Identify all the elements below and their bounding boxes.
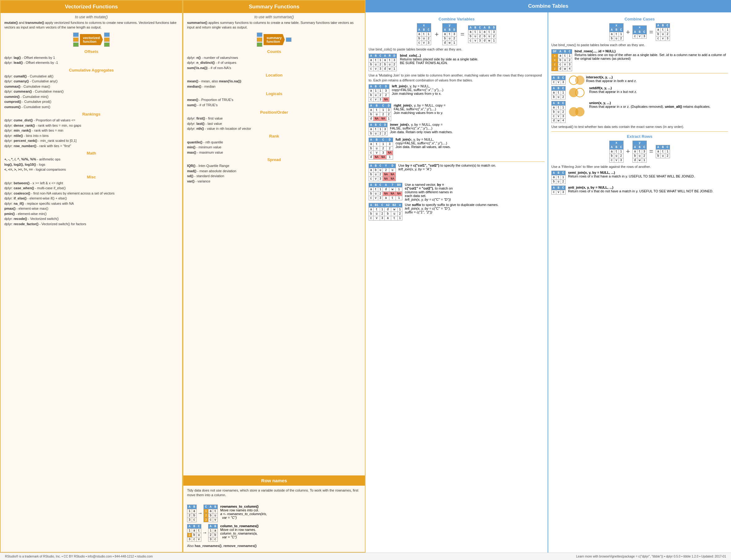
bind-cols-func-entry: ABCARD at1at3 bu2bu2 cv3dw1 bind_cols(..… bbox=[369, 54, 545, 71]
rnc-table2: CAB 1at 2bu 3cv bbox=[204, 505, 218, 522]
offsets-list: dplyr: lag() - Offset elements by 1 dply… bbox=[4, 55, 178, 65]
mutating-join-desc: Use a 'Mutating Join' to join one table … bbox=[369, 73, 545, 83]
position-title: Position/Order bbox=[187, 110, 361, 115]
rownames-content: Tidy data does not use rownames, which s… bbox=[183, 486, 365, 552]
also-text: Also has_rownames(), remove_rownames() bbox=[187, 544, 361, 548]
extract-x: x ABC at1 bu2 cv3 bbox=[609, 141, 624, 163]
footer-right: Learn more with browseVignettes(package … bbox=[576, 555, 726, 558]
svg-point-1 bbox=[576, 76, 584, 85]
spread-list: IQR() - Inter-Quartile Range mad() - mea… bbox=[187, 163, 361, 184]
named-vec-desc: Use a named vector, by = c("col1" = "col… bbox=[405, 183, 453, 201]
cumulative-title: Cumulative Aggregates bbox=[4, 68, 178, 72]
bind-rows-func-entry: DFABC xat1 xbu2 zcv3 zdw4 bind_rows(...,… bbox=[551, 49, 728, 71]
rownames-header: Row names bbox=[183, 475, 365, 486]
offsets-title: Offsets bbox=[4, 49, 178, 54]
cumulative-list: dplyr: cumall() - Cumulative all() dplyr… bbox=[4, 74, 178, 110]
ctr-text: column_to_rownames() Move col in row nam… bbox=[220, 524, 258, 539]
footer: RStudio® is a trademark of RStudio, Inc.… bbox=[0, 553, 731, 560]
col1-header: Vectorized Functions bbox=[1, 1, 182, 13]
col1-vectorized: Vectorized Functions to use with mutate(… bbox=[0, 0, 183, 553]
bind-cols-func-table: ABCARD at1at3 bu2bu2 cv3dw1 bbox=[369, 54, 397, 71]
left-join-entry: ABCD a113 bu22 cv3NA left_join(x, y, by … bbox=[369, 84, 545, 102]
bind-rows-diagram: x ABC at1 bu2 + × ABC cv3 = bbox=[551, 23, 728, 41]
semi-join-entry: ABC at1 bu2 semi_join(x, y, by = NULL, .… bbox=[551, 171, 728, 184]
ctr-table2: AB 1a 2b 3c bbox=[208, 524, 218, 542]
main-container: Vectorized Functions to use with mutate(… bbox=[0, 0, 731, 560]
counts-title: Counts bbox=[187, 49, 361, 54]
logicals-list: mean() - Proportion of TRUE's sum() - # … bbox=[187, 97, 361, 107]
inner-join-table: ABCD at13 bu22 bbox=[369, 123, 387, 136]
right-join-desc: right_join(x, y, by = NULL, copy = FALSE… bbox=[394, 103, 445, 115]
left-join-table: ABCD a113 bu22 cv3NA bbox=[369, 84, 389, 102]
combine-cases-title: Combine Cases bbox=[551, 17, 728, 21]
anti-join-entry: ABC cv3 anti_join(x, y, by = NULL, ...) … bbox=[551, 186, 728, 195]
ctr-diagram: ABC 1at 2bu 3cv → AB 1a 2b 3c bbox=[187, 524, 218, 542]
bind-rows-y: × ABC cv3 bbox=[633, 25, 647, 39]
bind-rows-intro: Use bind_rows() to paste tables below ea… bbox=[551, 43, 728, 47]
col1-content: to use with mutate() mutate() and transm… bbox=[1, 13, 182, 552]
intersect-entry: ABC cv3 inte bbox=[551, 75, 728, 85]
rnc-table1: AB 1a 2b 3c bbox=[187, 505, 197, 522]
extract-result: ABC at1 bu2 bbox=[656, 145, 670, 158]
col2-intro: summarise() applies summary functions to… bbox=[187, 20, 361, 30]
col2-summary: Summary Functions to use with summarise(… bbox=[183, 0, 365, 553]
bind-cols-x: x ABC at1 bu2 cv3 bbox=[417, 23, 431, 45]
suffix-entry: AB1CA2B2u at1dw1 bu2bu2 cv3at1 Use suffi… bbox=[369, 203, 545, 221]
col4-combine-cases: Combine Cases x ABC at1 bu2 + bbox=[548, 12, 731, 553]
union-venn bbox=[568, 107, 587, 117]
col1-intro: mutate() and transmute() apply vectorize… bbox=[4, 20, 178, 30]
misc-title: Misc bbox=[4, 175, 178, 179]
vec-diagram-container: vectorizedfunction bbox=[4, 33, 178, 47]
col2-subtitle: to use with summarise() bbox=[187, 15, 361, 19]
right-join-table: ABCD at13 bu22 dNANA1 bbox=[369, 103, 391, 121]
setequal-text: Use setequal() to test whether two data … bbox=[551, 125, 728, 129]
counts-list: dplyr: n() - number of values/rows dplyr… bbox=[187, 55, 361, 71]
location-list: mean() - mean, also mean(!is.na()) media… bbox=[187, 79, 361, 89]
bind-cols-desc: Use bind_cols() to paste tables beside e… bbox=[369, 47, 545, 52]
right-join-entry: ABCD at13 bu22 dNANA1 right_join(x, y, b… bbox=[369, 103, 545, 121]
bind-rows-result: ABC at1 bu2 cv3 bbox=[656, 23, 670, 41]
bind-cols-diagram: x ABC at1 bu2 cv3 + y ABD at3 bu2 bbox=[369, 23, 545, 45]
semi-join-table: ABC at1 bu2 bbox=[551, 171, 566, 184]
rownames-to-column-entry: AB 1a 2b 3c → CAB 1at 2bu 3cv bbox=[187, 505, 361, 522]
col3-combine-vars: Combine Variables x ABC at1 bu2 cv3 + bbox=[365, 12, 548, 553]
setdiff-venn bbox=[568, 88, 587, 98]
setdiff-table: ABC at1 bu2 bbox=[551, 86, 566, 99]
location-title: Location bbox=[187, 73, 361, 77]
extract-rows-diagram: x ABC at1 bu2 cv3 + y ABC at3 bu2 dw bbox=[551, 141, 728, 163]
bind-cols-y: y ABD at3 bu2 dw1 bbox=[442, 23, 457, 45]
math-list: +, -, *, /, ^, %/%, %% - arithmetic ops … bbox=[4, 157, 178, 172]
by-cols-entry: ABCYD abu2u bu2NANA cv3NANA Use by = c("… bbox=[369, 164, 545, 181]
full-join-table: ABCD at13 bu22 cv3NA dNANA1 bbox=[369, 138, 393, 160]
union-table: ABC at1 bu2 cv3 dw4 bbox=[551, 101, 566, 123]
inner-join-entry: ABCD at13 bu22 inner_join(x, y, by = NUL… bbox=[369, 123, 545, 136]
bind-cols-result: ABCABD at1at3 bu2bu2 cv3dw1 bbox=[468, 25, 496, 43]
intersect-venn bbox=[568, 75, 587, 85]
bind-rows-x: x ABC at1 bu2 bbox=[609, 23, 624, 41]
rnc-text: rownames_to_column() Move row names into… bbox=[220, 505, 267, 519]
extract-y: y ABC at3 bu2 dw1 bbox=[633, 141, 647, 163]
full-join-desc: full_join(x, y, by = NULL, copy=FALSE, s… bbox=[396, 138, 451, 149]
logicals-title: Logicals bbox=[187, 91, 361, 96]
combine-vars-title: Combine Variables bbox=[369, 17, 545, 21]
union-entry: ABC at1 bu2 cv3 dw4 bbox=[551, 101, 728, 123]
anti-join-table: ABC cv3 bbox=[551, 186, 566, 195]
bind-cols-func-desc: bind_cols(...) Returns tables placed sid… bbox=[400, 54, 478, 65]
suffix-table: AB1CA2B2u at1dw1 bu2bu2 cv3at1 bbox=[369, 203, 402, 221]
by-table: ABCYD abu2u bu2NANA cv3NANA bbox=[369, 164, 396, 181]
left-join-desc: left_join(x, y, by = NULL, copy=FALSE, s… bbox=[392, 84, 443, 95]
svg-point-5 bbox=[576, 107, 584, 116]
rank-title: Rank bbox=[187, 134, 361, 138]
combine-tables-wrapper: Combine Tables Combine Variables x ABC a… bbox=[365, 0, 731, 553]
ctr-table1: ABC 1at 2bu 3cv bbox=[187, 524, 201, 542]
setdiff-desc: setdiff(x, y, ...) Rows that appear in x… bbox=[589, 86, 637, 94]
extract-rows-title: Extract Rows bbox=[551, 134, 728, 139]
named-vec-entry: ABCA7B9 at1dw1 bu2NANANA cv3at1 Use a na… bbox=[369, 183, 545, 201]
position-list: dplyr: first() - first value dplyr: last… bbox=[187, 116, 361, 131]
column-to-rownames-entry: ABC 1at 2bu 3cv → AB 1a 2b 3c bbox=[187, 524, 361, 542]
full-join-entry: ABCD at13 bu22 cv3NA dNANA1 full_join(x,… bbox=[369, 138, 545, 160]
filtering-join-text: Use a 'Filtering Join' to filter one tab… bbox=[551, 164, 728, 169]
suffix-desc: Use suffix to specify suffix to give to … bbox=[405, 203, 498, 214]
inner-join-desc: inner_join(x, y, by = NULL, copy = FALSE… bbox=[390, 123, 453, 134]
by-cols-desc: Use by = c("col1", "col2") to specify th… bbox=[398, 164, 496, 171]
